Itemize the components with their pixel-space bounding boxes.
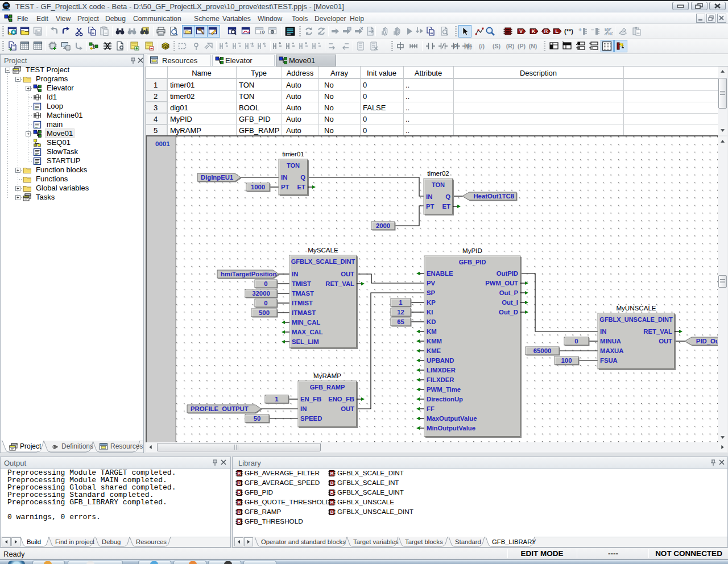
svg-text:PV: PV bbox=[427, 280, 436, 287]
svg-text:0: 0 bbox=[574, 338, 578, 345]
svg-text:GFBLX_SCALE_DINT: GFBLX_SCALE_DINT bbox=[291, 258, 355, 265]
svg-text:R: R bbox=[544, 28, 548, 34]
svg-text:B: B bbox=[237, 480, 241, 486]
svg-text:OUT: OUT bbox=[341, 271, 354, 277]
svg-text:(P): (P) bbox=[518, 43, 526, 49]
svg-text:KI: KI bbox=[427, 309, 433, 316]
svg-text:−: − bbox=[591, 27, 594, 33]
svg-text:K: K bbox=[532, 28, 536, 34]
svg-text:FSUA: FSUA bbox=[600, 357, 618, 364]
svg-text:IN: IN bbox=[300, 405, 307, 412]
svg-text:ET: ET bbox=[442, 203, 451, 210]
svg-text:Out_D: Out_D bbox=[499, 309, 518, 316]
svg-text:MAXUA: MAXUA bbox=[600, 347, 623, 354]
svg-text:hmiTargetPosition: hmiTargetPosition bbox=[221, 271, 276, 277]
svg-text:B: B bbox=[330, 509, 333, 515]
svg-text:MINUA: MINUA bbox=[600, 338, 621, 345]
svg-text:PT: PT bbox=[281, 184, 289, 190]
svg-text:B: B bbox=[237, 519, 241, 525]
svg-text:TON: TON bbox=[287, 162, 300, 169]
svg-text:UPBAND: UPBAND bbox=[427, 357, 454, 364]
svg-text:B: B bbox=[330, 500, 333, 505]
svg-text:OutPID: OutPID bbox=[497, 270, 518, 277]
svg-text:PWM_OUT: PWM_OUT bbox=[485, 280, 518, 287]
svg-text:MIN_CAL: MIN_CAL bbox=[292, 319, 320, 326]
svg-text:MinOutputValue: MinOutputValue bbox=[427, 425, 475, 432]
svg-text:(N): (N) bbox=[529, 43, 537, 49]
svg-text:LIMXDER: LIMXDER bbox=[427, 367, 456, 374]
svg-text:KM: KM bbox=[427, 328, 437, 335]
svg-text:2000: 2000 bbox=[376, 222, 390, 229]
svg-text:IN: IN bbox=[281, 174, 287, 181]
svg-text:1: 1 bbox=[275, 396, 278, 403]
svg-text:OUT: OUT bbox=[659, 338, 672, 345]
svg-text:50: 50 bbox=[254, 415, 261, 422]
svg-text:IN: IN bbox=[426, 193, 432, 200]
svg-text:0: 0 bbox=[264, 300, 267, 306]
svg-text:MyRAMP: MyRAMP bbox=[313, 372, 341, 379]
svg-text:500: 500 bbox=[259, 309, 270, 316]
svg-text:timer02: timer02 bbox=[427, 169, 449, 177]
svg-text:65: 65 bbox=[397, 318, 404, 325]
svg-text:B: B bbox=[330, 490, 333, 496]
svg-text:EN: EN bbox=[605, 27, 610, 31]
svg-text:MyPID: MyPID bbox=[462, 247, 482, 254]
svg-text:GFB_PID: GFB_PID bbox=[459, 259, 486, 266]
svg-text:HeatOut1TC8: HeatOut1TC8 bbox=[473, 193, 514, 200]
svg-text:OUT: OUT bbox=[341, 405, 354, 412]
svg-text:SEL_LIM: SEL_LIM bbox=[292, 338, 319, 345]
svg-text:Q: Q bbox=[300, 174, 305, 181]
svg-text:{ }: { } bbox=[466, 43, 472, 49]
svg-text:P: P bbox=[454, 43, 457, 49]
svg-text:B: B bbox=[330, 471, 333, 476]
svg-text:TON: TON bbox=[432, 181, 445, 188]
svg-text:Q: Q bbox=[445, 193, 450, 200]
svg-text:KME: KME bbox=[427, 347, 441, 354]
svg-text:B: B bbox=[330, 480, 333, 486]
svg-text:DigInpEU1: DigInpEU1 bbox=[201, 174, 233, 181]
svg-text:B: B bbox=[237, 490, 241, 496]
svg-text:12: 12 bbox=[397, 309, 404, 316]
svg-text:RET_VAL: RET_VAL bbox=[325, 280, 354, 287]
svg-text:B: B bbox=[237, 500, 241, 505]
svg-text:PWM_Time: PWM_Time bbox=[427, 386, 461, 393]
svg-text:PROFILE_OUTPUT: PROFILE_OUTPUT bbox=[191, 405, 249, 412]
svg-text:ET: ET bbox=[297, 184, 306, 190]
svg-text:0001: 0001 bbox=[155, 140, 170, 147]
svg-text:FF: FF bbox=[427, 405, 435, 412]
svg-text:IN: IN bbox=[292, 271, 298, 277]
svg-text:MaxOutputValue: MaxOutputValue bbox=[427, 415, 477, 422]
svg-text:KP: KP bbox=[427, 299, 436, 306]
svg-text:100: 100 bbox=[561, 357, 572, 364]
svg-text:MyUNSCALE: MyUNSCALE bbox=[616, 304, 656, 312]
svg-text:IN: IN bbox=[600, 328, 606, 335]
svg-text:V: V bbox=[519, 28, 523, 34]
svg-text:1000: 1000 bbox=[251, 184, 265, 190]
svg-text:MAX_CAL: MAX_CAL bbox=[292, 329, 323, 335]
svg-text:DirectionUp: DirectionUp bbox=[427, 396, 463, 403]
svg-text:KMM: KMM bbox=[427, 338, 442, 345]
svg-text:0: 0 bbox=[264, 280, 267, 287]
svg-text:PT: PT bbox=[426, 203, 435, 210]
svg-text:TO: TO bbox=[259, 30, 265, 34]
svg-text:1: 1 bbox=[399, 299, 402, 306]
svg-text:SP: SP bbox=[427, 289, 436, 296]
svg-text:L: L bbox=[555, 28, 559, 34]
svg-text:(R): (R) bbox=[506, 43, 515, 49]
svg-text:timer01: timer01 bbox=[282, 150, 304, 157]
svg-text:FILXDER: FILXDER bbox=[427, 376, 454, 383]
svg-text:B: B bbox=[237, 471, 241, 476]
svg-text:B: B bbox=[237, 509, 241, 515]
svg-text:+: + bbox=[578, 27, 582, 33]
svg-text:Out_I: Out_I bbox=[502, 299, 518, 306]
svg-text:GFBLX_UNSCALE_DINT: GFBLX_UNSCALE_DINT bbox=[599, 316, 673, 323]
svg-text:65000: 65000 bbox=[533, 347, 551, 354]
svg-text:GFB_RAMP: GFB_RAMP bbox=[310, 384, 345, 391]
svg-text:TMIST: TMIST bbox=[292, 280, 311, 287]
svg-text:MySCALE: MySCALE bbox=[308, 246, 338, 254]
svg-text:ENO_FB: ENO_FB bbox=[328, 396, 354, 403]
svg-text:EN_FB: EN_FB bbox=[300, 396, 321, 403]
svg-text:(S): (S) bbox=[493, 43, 500, 49]
svg-text:SPEED: SPEED bbox=[300, 415, 322, 422]
svg-text:PID_Output: PID_Output bbox=[696, 338, 718, 345]
